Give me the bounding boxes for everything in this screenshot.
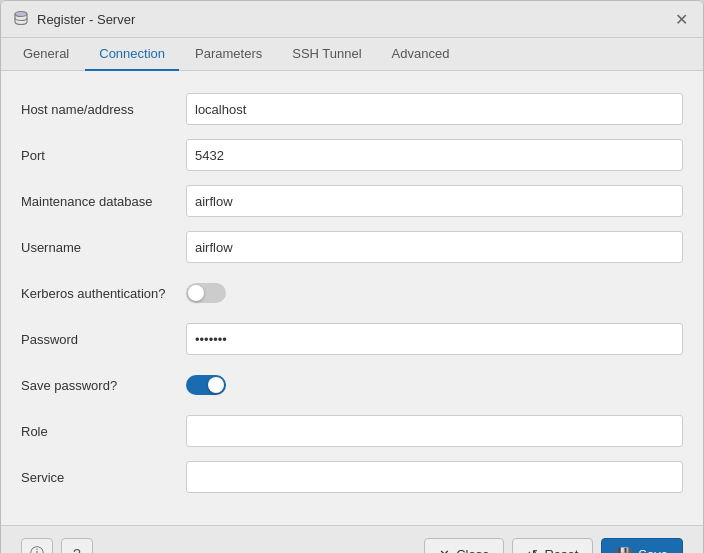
username-row: Username <box>21 229 683 265</box>
info-button[interactable]: ⓘ <box>21 538 53 553</box>
tab-bar: General Connection Parameters SSH Tunnel… <box>1 38 703 71</box>
save-password-toggle-container <box>186 375 683 395</box>
password-input[interactable] <box>186 323 683 355</box>
tab-parameters[interactable]: Parameters <box>181 38 276 71</box>
kerberos-thumb <box>188 285 204 301</box>
service-label: Service <box>21 470 186 485</box>
service-row: Service <box>21 459 683 495</box>
reset-button[interactable]: ↺ Reset <box>512 538 593 553</box>
tab-general[interactable]: General <box>9 38 83 71</box>
form-content: Host name/address Port Maintenance datab… <box>1 71 703 525</box>
svg-point-0 <box>15 11 27 16</box>
register-server-dialog: Register - Server ✕ General Connection P… <box>0 0 704 553</box>
save-password-track <box>186 375 226 395</box>
footer: ⓘ ? ✕ Close ↺ Reset 💾 Save <box>1 525 703 553</box>
maintenance-db-input[interactable] <box>186 185 683 217</box>
close-label: Close <box>456 547 489 554</box>
help-button[interactable]: ? <box>61 538 93 553</box>
role-label: Role <box>21 424 186 439</box>
save-password-row: Save password? <box>21 367 683 403</box>
save-label: Save <box>638 547 668 554</box>
password-row: Password <box>21 321 683 357</box>
kerberos-toggle[interactable] <box>186 283 226 303</box>
save-button[interactable]: 💾 Save <box>601 538 683 553</box>
host-input[interactable] <box>186 93 683 125</box>
port-label: Port <box>21 148 186 163</box>
tab-advanced[interactable]: Advanced <box>378 38 464 71</box>
save-password-thumb <box>208 377 224 393</box>
save-password-toggle[interactable] <box>186 375 226 395</box>
password-label: Password <box>21 332 186 347</box>
maintenance-db-row: Maintenance database <box>21 183 683 219</box>
footer-right-buttons: ✕ Close ↺ Reset 💾 Save <box>424 538 683 553</box>
host-row: Host name/address <box>21 91 683 127</box>
footer-left-buttons: ⓘ ? <box>21 538 93 553</box>
maintenance-db-label: Maintenance database <box>21 194 186 209</box>
kerberos-track <box>186 283 226 303</box>
port-input[interactable] <box>186 139 683 171</box>
tab-connection[interactable]: Connection <box>85 38 179 71</box>
host-label: Host name/address <box>21 102 186 117</box>
reset-icon: ↺ <box>527 547 538 554</box>
close-button[interactable]: ✕ Close <box>424 538 504 553</box>
role-row: Role <box>21 413 683 449</box>
kerberos-toggle-container <box>186 283 683 303</box>
save-icon: 💾 <box>616 547 632 554</box>
username-input[interactable] <box>186 231 683 263</box>
info-icon: ⓘ <box>30 545 44 553</box>
help-icon: ? <box>73 546 81 553</box>
titlebar: Register - Server ✕ <box>1 1 703 38</box>
title-close-button[interactable]: ✕ <box>671 9 691 29</box>
save-password-label: Save password? <box>21 378 186 393</box>
kerberos-row: Kerberos authentication? <box>21 275 683 311</box>
reset-label: Reset <box>544 547 578 554</box>
service-input[interactable] <box>186 461 683 493</box>
username-label: Username <box>21 240 186 255</box>
database-icon <box>13 10 29 29</box>
dialog-title: Register - Server <box>37 12 663 27</box>
x-icon: ✕ <box>439 547 450 554</box>
role-input[interactable] <box>186 415 683 447</box>
port-row: Port <box>21 137 683 173</box>
kerberos-label: Kerberos authentication? <box>21 286 186 301</box>
tab-ssh-tunnel[interactable]: SSH Tunnel <box>278 38 375 71</box>
